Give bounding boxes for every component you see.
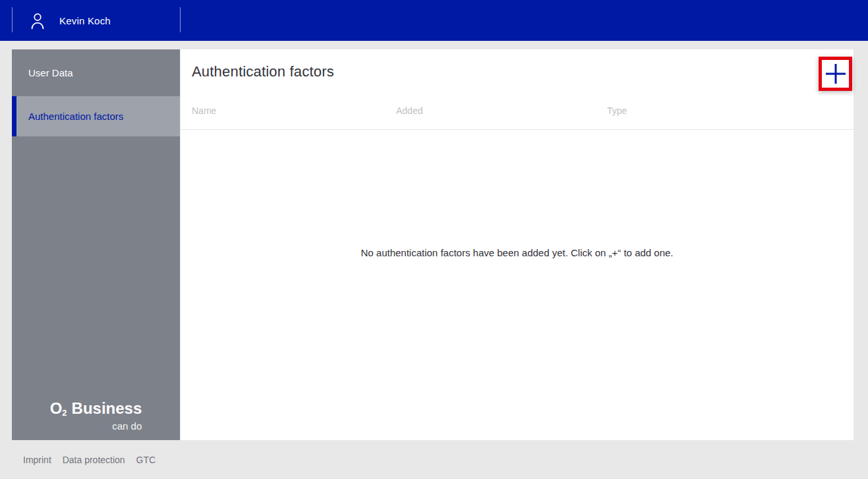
column-header-name: Name — [192, 105, 216, 116]
content-panel: Authentication factors Name Added Type N… — [181, 49, 854, 440]
sidebar-item-label: User Data — [28, 67, 73, 78]
footer: Imprint Data protection GTC — [23, 455, 164, 465]
table-header-divider — [181, 129, 854, 130]
brand-logo-text: O2Business — [50, 400, 142, 420]
page-title: Authentication factors — [192, 63, 334, 80]
footer-link-imprint[interactable]: Imprint — [23, 455, 51, 465]
user-icon — [30, 12, 45, 30]
topbar-divider — [180, 7, 181, 32]
sidebar-item-authentication-factors[interactable]: Authentication factors — [12, 96, 180, 136]
sidebar: User Data Authentication factors O2Busin… — [12, 49, 180, 440]
add-button[interactable] — [822, 60, 849, 88]
top-bar: Kevin Koch — [0, 0, 868, 41]
empty-state-message: No authentication factors have been adde… — [181, 247, 854, 258]
user-name: Kevin Koch — [59, 15, 111, 26]
column-header-added: Added — [396, 105, 422, 116]
column-header-type: Type — [607, 105, 627, 116]
annotation-highlight — [819, 57, 852, 91]
footer-link-gtc[interactable]: GTC — [136, 455, 156, 465]
footer-link-data-protection[interactable]: Data protection — [63, 455, 125, 465]
sidebar-item-label: Authentication factors — [28, 111, 123, 122]
topbar-divider — [12, 7, 13, 32]
plus-icon — [834, 64, 836, 84]
brand-logo: O2Business can do — [12, 400, 180, 432]
sidebar-item-user-data[interactable]: User Data — [12, 49, 180, 96]
user-menu[interactable]: Kevin Koch — [13, 0, 180, 41]
brand-tagline: can do — [50, 420, 142, 432]
